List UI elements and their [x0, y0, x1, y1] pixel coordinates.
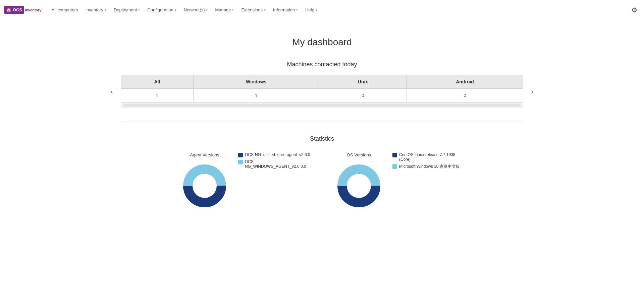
nav-link-configuration[interactable]: Configuration ▾: [144, 5, 179, 15]
brand-logo[interactable]: 🏠 OCS inventory: [4, 6, 42, 14]
settings-icon[interactable]: ⚙: [629, 3, 640, 17]
agent-donut-svg: [178, 161, 231, 208]
nav-networks[interactable]: Network(s) ▾: [180, 5, 211, 15]
svg-point-5: [347, 174, 371, 198]
nav-configuration[interactable]: Configuration ▾: [144, 5, 179, 15]
cell-windows[interactable]: 1: [193, 89, 319, 102]
legend-color-windows10: [392, 164, 397, 169]
legend-color-windows-agent: [238, 160, 243, 164]
cell-all[interactable]: 1: [121, 89, 194, 102]
section-divider: [121, 122, 523, 122]
stats-section-title: Statistics: [13, 135, 631, 142]
table-scrollbar-row: [121, 102, 523, 108]
chevron-down-icon: ▾: [206, 8, 208, 12]
agent-chart-title: Agent Versions: [190, 152, 219, 157]
scroll-left-button[interactable]: ‹: [111, 88, 113, 95]
cell-unix: 0: [319, 89, 407, 102]
table-row-values: 1 1 0 0: [121, 89, 523, 102]
chevron-down-icon: ▾: [316, 8, 317, 12]
os-donut-svg: [332, 161, 386, 208]
scrollbar-track[interactable]: [124, 104, 520, 107]
chevron-down-icon: ▾: [175, 8, 176, 12]
nav-deployment[interactable]: Deployment ▾: [110, 5, 143, 15]
legend-color-centos: [392, 153, 397, 157]
col-header-all: All: [121, 75, 194, 89]
machines-table: All Windows Unix Android 1 1 0 0: [121, 75, 523, 108]
os-donut: [332, 161, 386, 208]
os-chart-title: OS Versions: [347, 152, 371, 157]
legend-label-windows-agent: OCS-NG_WINDOWS_AGENT_v2.6.0.0: [245, 159, 312, 169]
agent-chart-pair: Agent Versions OCS-NG_u: [178, 152, 312, 208]
legend-label-windows10: Microsoft Windows 10 家庭中文版: [399, 164, 460, 169]
chevron-down-icon: ▾: [105, 8, 106, 12]
logo-icon: 🏠: [6, 7, 11, 12]
machines-table-wrapper: ‹ All Windows Unix Android 1 1 0 0: [121, 75, 523, 108]
nav-link-inventory[interactable]: Inventory ▾: [82, 5, 109, 15]
os-legend: CentOS Linux release 7.7.1908 (Core) Mic…: [392, 152, 466, 169]
legend-item-windows10: Microsoft Windows 10 家庭中文版: [392, 164, 466, 169]
col-header-android: Android: [407, 75, 523, 89]
nav-link-networks[interactable]: Network(s) ▾: [180, 5, 211, 15]
nav-link-extensions[interactable]: Extensions ▾: [238, 5, 269, 15]
nav-menu: All computers Inventory ▾ Deployment ▾ C…: [48, 5, 629, 15]
chevron-down-icon: ▾: [264, 8, 266, 12]
chevron-down-icon: ▾: [138, 8, 140, 12]
legend-color-unix-agent: [238, 153, 243, 157]
nav-manage[interactable]: Manage ▾: [212, 5, 237, 15]
navbar: 🏠 OCS inventory All computers Inventory …: [0, 0, 644, 20]
logo-text: OCS: [13, 7, 22, 12]
agent-chart-block: Agent Versions: [178, 152, 231, 208]
nav-extensions[interactable]: Extensions ▾: [238, 5, 269, 15]
stats-section: Statistics Agent Versions: [13, 135, 631, 208]
legend-label-unix-agent: OCS-NG_unified_unix_agent_v2.6.0: [245, 152, 310, 157]
page-title: My dashboard: [13, 37, 631, 48]
stats-grid: Agent Versions OCS-NG_u: [13, 152, 631, 208]
nav-help[interactable]: Help ▾: [302, 5, 321, 15]
os-chart-pair: OS Versions CentOS Linux release 7.7.190…: [332, 152, 466, 208]
legend-item-unix-agent: OCS-NG_unified_unix_agent_v2.6.0: [238, 152, 312, 157]
legend-item-windows-agent: OCS-NG_WINDOWS_AGENT_v2.6.0.0: [238, 159, 312, 169]
cell-android: 0: [407, 89, 523, 102]
nav-link-information[interactable]: Information ▾: [270, 5, 301, 15]
chevron-down-icon: ▾: [232, 8, 234, 12]
nav-all-computers[interactable]: All computers: [48, 5, 82, 15]
nav-link-deployment[interactable]: Deployment ▾: [110, 5, 143, 15]
main-content: My dashboard Machines contacted today ‹ …: [0, 20, 644, 214]
os-chart-block: OS Versions: [332, 152, 386, 208]
scroll-right-button[interactable]: ›: [531, 88, 533, 95]
nav-link-all-computers[interactable]: All computers: [48, 5, 82, 15]
col-header-unix: Unix: [319, 75, 407, 89]
nav-link-manage[interactable]: Manage ▾: [212, 5, 237, 15]
nav-inventory[interactable]: Inventory ▾: [82, 5, 109, 15]
agent-legend: OCS-NG_unified_unix_agent_v2.6.0 OCS-NG_…: [238, 152, 312, 169]
logo-sub: inventory: [25, 8, 42, 12]
legend-item-centos: CentOS Linux release 7.7.1908 (Core): [392, 152, 466, 162]
agent-donut: [178, 161, 231, 208]
machines-section-title: Machines contacted today: [13, 61, 631, 68]
legend-label-centos: CentOS Linux release 7.7.1908 (Core): [399, 152, 466, 162]
nav-information[interactable]: Information ▾: [270, 5, 301, 15]
svg-point-2: [193, 174, 216, 198]
chevron-down-icon: ▾: [296, 8, 298, 12]
nav-link-help[interactable]: Help ▾: [302, 5, 321, 15]
col-header-windows: Windows: [193, 75, 319, 89]
